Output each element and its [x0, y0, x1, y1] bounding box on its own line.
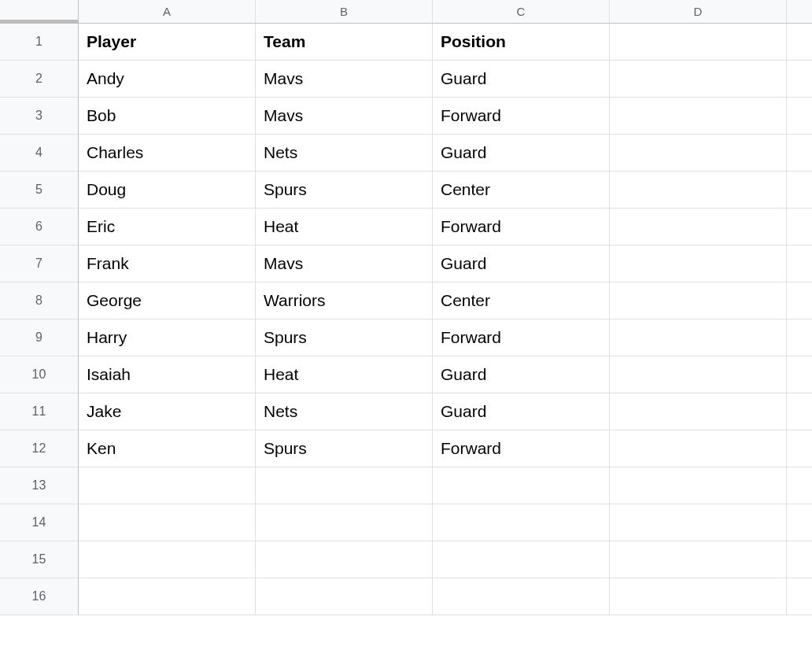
row-header-4[interactable]: 4 [0, 135, 79, 172]
cell-overflow-1[interactable] [787, 24, 812, 61]
row-header-11[interactable]: 11 [0, 393, 79, 430]
cell-c12[interactable]: Forward [433, 430, 610, 467]
cell-a1[interactable]: Player [79, 24, 256, 61]
cell-a9[interactable]: Harry [79, 319, 256, 356]
cell-overflow-2[interactable] [787, 61, 812, 98]
cell-b12[interactable]: Spurs [256, 430, 433, 467]
cell-c14[interactable] [433, 504, 610, 541]
cell-a12[interactable]: Ken [79, 430, 256, 467]
cell-c10[interactable]: Guard [433, 356, 610, 393]
cell-d1[interactable] [610, 24, 787, 61]
column-header-d[interactable]: D [610, 0, 787, 24]
row-header-6[interactable]: 6 [0, 209, 79, 245]
row-header-2[interactable]: 2 [0, 61, 79, 98]
cell-b2[interactable]: Mavs [256, 61, 433, 98]
cell-b10[interactable]: Heat [256, 356, 433, 393]
row-header-15[interactable]: 15 [0, 541, 79, 578]
column-header-overflow[interactable] [787, 0, 812, 24]
cell-d8[interactable] [610, 282, 787, 319]
cell-overflow-14[interactable] [787, 504, 812, 541]
row-header-13[interactable]: 13 [0, 467, 79, 504]
cell-c11[interactable]: Guard [433, 393, 610, 430]
cell-a3[interactable]: Bob [79, 98, 256, 135]
cell-d15[interactable] [610, 541, 787, 578]
cell-a13[interactable] [79, 467, 256, 504]
cell-overflow-12[interactable] [787, 430, 812, 467]
cell-c5[interactable]: Center [433, 172, 610, 209]
row-header-12[interactable]: 12 [0, 430, 79, 467]
cell-d3[interactable] [610, 98, 787, 135]
cell-d13[interactable] [610, 467, 787, 504]
cell-c15[interactable] [433, 541, 610, 578]
cell-overflow-16[interactable] [787, 578, 812, 615]
cell-c6[interactable]: Forward [433, 209, 610, 245]
cell-overflow-8[interactable] [787, 282, 812, 319]
cell-overflow-6[interactable] [787, 209, 812, 245]
cell-c3[interactable]: Forward [433, 98, 610, 135]
cell-d2[interactable] [610, 61, 787, 98]
row-header-3[interactable]: 3 [0, 98, 79, 135]
cell-d7[interactable] [610, 245, 787, 282]
cell-a8[interactable]: George [79, 282, 256, 319]
cell-overflow-13[interactable] [787, 467, 812, 504]
cell-c9[interactable]: Forward [433, 319, 610, 356]
cell-overflow-7[interactable] [787, 245, 812, 282]
cell-overflow-3[interactable] [787, 98, 812, 135]
row-header-7[interactable]: 7 [0, 245, 79, 282]
cell-b3[interactable]: Mavs [256, 98, 433, 135]
cell-b5[interactable]: Spurs [256, 172, 433, 209]
cell-c2[interactable]: Guard [433, 61, 610, 98]
cell-d4[interactable] [610, 135, 787, 172]
row-header-10[interactable]: 10 [0, 356, 79, 393]
column-header-c[interactable]: C [433, 0, 610, 24]
cell-overflow-9[interactable] [787, 319, 812, 356]
cell-a5[interactable]: Doug [79, 172, 256, 209]
row-header-16[interactable]: 16 [0, 578, 79, 615]
cell-c4[interactable]: Guard [433, 135, 610, 172]
cell-a6[interactable]: Eric [79, 209, 256, 245]
cell-b6[interactable]: Heat [256, 209, 433, 245]
cell-a2[interactable]: Andy [79, 61, 256, 98]
select-all-corner[interactable] [0, 0, 79, 24]
column-header-b[interactable]: B [256, 0, 433, 24]
cell-b8[interactable]: Warriors [256, 282, 433, 319]
cell-a11[interactable]: Jake [79, 393, 256, 430]
cell-c7[interactable]: Guard [433, 245, 610, 282]
cell-a10[interactable]: Isaiah [79, 356, 256, 393]
cell-b11[interactable]: Nets [256, 393, 433, 430]
cell-c1[interactable]: Position [433, 24, 610, 61]
row-header-9[interactable]: 9 [0, 319, 79, 356]
cell-d11[interactable] [610, 393, 787, 430]
cell-c13[interactable] [433, 467, 610, 504]
cell-overflow-11[interactable] [787, 393, 812, 430]
cell-overflow-5[interactable] [787, 172, 812, 209]
cell-overflow-4[interactable] [787, 135, 812, 172]
cell-b13[interactable] [256, 467, 433, 504]
cell-d5[interactable] [610, 172, 787, 209]
cell-overflow-10[interactable] [787, 356, 812, 393]
cell-overflow-15[interactable] [787, 541, 812, 578]
column-header-a[interactable]: A [79, 0, 256, 24]
cell-b7[interactable]: Mavs [256, 245, 433, 282]
cell-d10[interactable] [610, 356, 787, 393]
cell-d16[interactable] [610, 578, 787, 615]
cell-b16[interactable] [256, 578, 433, 615]
cell-d9[interactable] [610, 319, 787, 356]
cell-b4[interactable]: Nets [256, 135, 433, 172]
cell-c16[interactable] [433, 578, 610, 615]
cell-d14[interactable] [610, 504, 787, 541]
cell-a7[interactable]: Frank [79, 245, 256, 282]
cell-b9[interactable]: Spurs [256, 319, 433, 356]
cell-a4[interactable]: Charles [79, 135, 256, 172]
row-header-5[interactable]: 5 [0, 172, 79, 209]
cell-d12[interactable] [610, 430, 787, 467]
cell-a14[interactable] [79, 504, 256, 541]
cell-d6[interactable] [610, 209, 787, 245]
row-header-8[interactable]: 8 [0, 282, 79, 319]
row-header-14[interactable]: 14 [0, 504, 79, 541]
cell-c8[interactable]: Center [433, 282, 610, 319]
cell-b14[interactable] [256, 504, 433, 541]
cell-a16[interactable] [79, 578, 256, 615]
row-header-1[interactable]: 1 [0, 24, 79, 61]
cell-b1[interactable]: Team [256, 24, 433, 61]
